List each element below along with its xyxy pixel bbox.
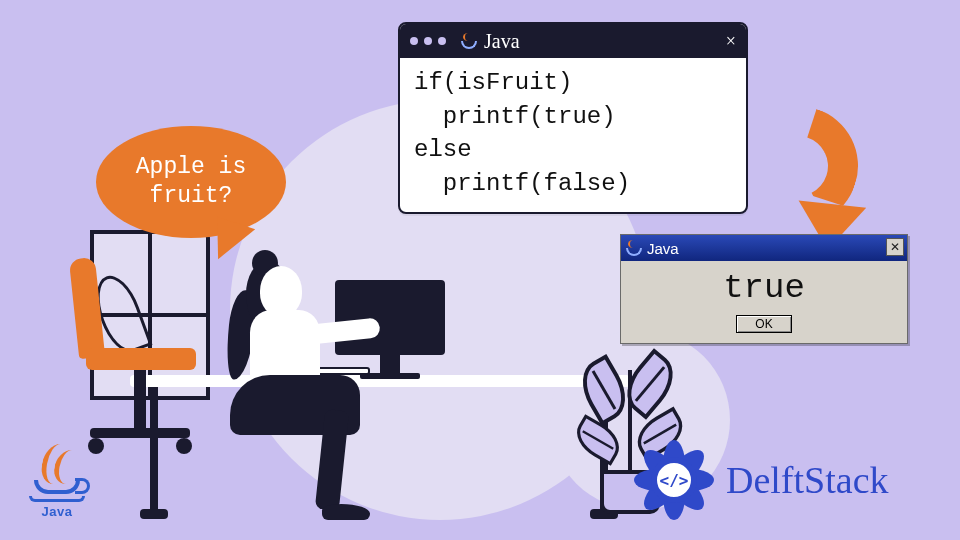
java-cup-icon bbox=[34, 480, 80, 494]
delftstack-label: DelftStack bbox=[726, 458, 889, 502]
java-icon bbox=[460, 33, 476, 49]
dialog-titlebar: Java ✕ bbox=[621, 235, 907, 261]
dialog-button-row: OK bbox=[621, 311, 907, 343]
arrow-icon bbox=[738, 106, 858, 246]
dialog-message: true bbox=[621, 261, 907, 311]
chair-base bbox=[90, 428, 190, 438]
chair-wheel bbox=[176, 438, 192, 454]
code-window-body: if(isFruit) printf(true) else printf(fal… bbox=[400, 58, 746, 212]
chair-seat bbox=[86, 348, 196, 370]
code-window-title: Java bbox=[484, 30, 520, 53]
chair-post bbox=[134, 370, 146, 430]
close-icon[interactable]: × bbox=[726, 32, 736, 50]
speech-bubble: Apple is fruit? bbox=[96, 126, 286, 238]
result-dialog: Java ✕ true OK bbox=[620, 234, 908, 344]
java-logo-label: Java bbox=[42, 504, 73, 519]
java-icon bbox=[625, 240, 641, 256]
plant-leaf-icon bbox=[569, 414, 627, 466]
java-saucer-icon bbox=[29, 496, 85, 502]
person-illustration bbox=[190, 260, 390, 520]
code-window: Java × if(isFruit) printf(true) else pri… bbox=[398, 22, 748, 214]
delftstack-logo: </> DelftStack bbox=[632, 438, 889, 522]
head bbox=[260, 266, 302, 316]
foot bbox=[322, 504, 370, 520]
desk-leg bbox=[150, 387, 158, 517]
torso bbox=[250, 310, 320, 385]
code-window-titlebar: Java × bbox=[400, 24, 746, 58]
speech-text: Apple is fruit? bbox=[136, 153, 246, 211]
java-logo: Java bbox=[22, 444, 92, 530]
window-traffic-lights-icon bbox=[410, 37, 446, 45]
java-steam-icon bbox=[38, 444, 75, 484]
ok-button[interactable]: OK bbox=[736, 315, 791, 333]
dialog-title: Java bbox=[647, 240, 679, 257]
code-icon: </> bbox=[660, 471, 689, 490]
close-icon[interactable]: ✕ bbox=[886, 238, 904, 256]
delftstack-emblem-icon: </> bbox=[632, 438, 716, 522]
